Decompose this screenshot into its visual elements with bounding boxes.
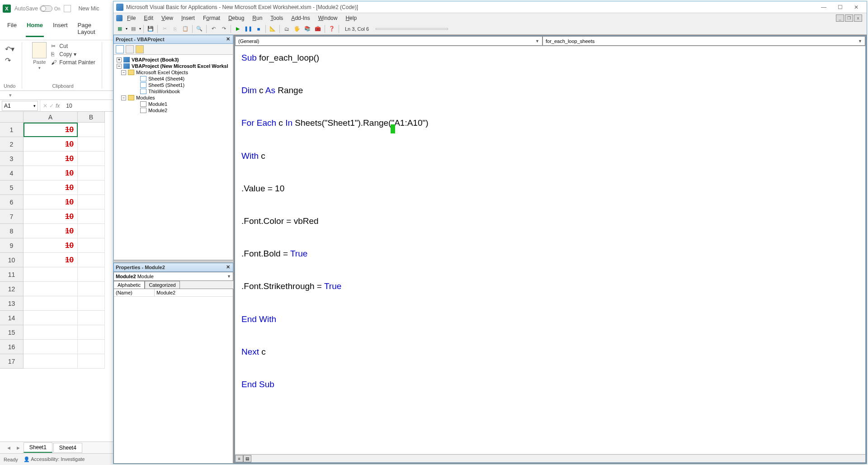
- name-box[interactable]: A1▾: [2, 101, 38, 111]
- collapse-icon[interactable]: −: [121, 70, 126, 75]
- cut-icon[interactable]: ✂: [160, 24, 169, 33]
- properties-object-dropdown[interactable]: Module2 Module ▼: [113, 272, 233, 281]
- col-header-b[interactable]: B: [78, 112, 105, 123]
- copy-button[interactable]: ⎘Copy ▾: [51, 51, 95, 57]
- prop-val-name[interactable]: Module2: [155, 289, 177, 296]
- redo-icon[interactable]: ↷: [219, 24, 228, 33]
- cell[interactable]: [24, 325, 78, 340]
- row-header[interactable]: 16: [0, 340, 24, 354]
- cancel-icon[interactable]: ✕: [43, 103, 47, 109]
- cell[interactable]: 10: [24, 253, 78, 267]
- row-header[interactable]: 3: [0, 152, 24, 166]
- sheet-tab-sheet1[interactable]: Sheet1: [24, 442, 52, 453]
- menu-edit[interactable]: Edit: [140, 14, 157, 22]
- sheet-nav-prev-icon[interactable]: ◄: [5, 445, 13, 451]
- project-tree[interactable]: +VBAProject (Book3) −VBAProject (New Mic…: [113, 55, 233, 260]
- cell[interactable]: [78, 224, 105, 238]
- cell[interactable]: [78, 137, 105, 152]
- ribbon-tab-file[interactable]: File: [6, 20, 18, 37]
- cell[interactable]: [24, 340, 78, 354]
- view-object-icon[interactable]: [126, 45, 134, 53]
- menu-window[interactable]: Window: [315, 14, 341, 22]
- sheet-nav-next-icon[interactable]: ►: [14, 445, 23, 451]
- save-icon[interactable]: 💾: [146, 24, 155, 33]
- autosave-toggle[interactable]: AutoSave On: [14, 5, 60, 12]
- menu-format[interactable]: Format: [199, 14, 224, 22]
- undo-icon[interactable]: ↶: [209, 24, 218, 33]
- procedure-dropdown[interactable]: for_each_loop_sheets ▼: [542, 36, 865, 46]
- collapse-icon[interactable]: −: [121, 95, 126, 100]
- paste-button[interactable]: Paste▾: [30, 42, 48, 70]
- cell[interactable]: [78, 282, 105, 296]
- help-icon[interactable]: ❓: [327, 24, 336, 33]
- project-panel-title[interactable]: Project - VBAProject ✕: [113, 35, 233, 44]
- cell[interactable]: [78, 166, 105, 180]
- close-button[interactable]: ✕: [849, 3, 864, 12]
- cell[interactable]: [78, 296, 105, 311]
- collapse-icon[interactable]: −: [117, 64, 122, 69]
- toolbox-icon[interactable]: 🧰: [313, 24, 322, 33]
- procedure-view-icon[interactable]: ≡: [235, 455, 243, 462]
- view-excel-icon[interactable]: ▦: [115, 24, 124, 33]
- reset-icon[interactable]: ■: [254, 24, 263, 33]
- full-module-view-icon[interactable]: ▤: [243, 455, 251, 462]
- properties-icon[interactable]: 🖐: [292, 24, 302, 33]
- row-header[interactable]: 11: [0, 267, 24, 282]
- row-header[interactable]: 17: [0, 354, 24, 369]
- cell[interactable]: [78, 209, 105, 224]
- menu-file[interactable]: File: [123, 14, 139, 22]
- cell[interactable]: [78, 325, 105, 340]
- row-header[interactable]: 2: [0, 137, 24, 152]
- cell[interactable]: [78, 152, 105, 166]
- select-all-corner[interactable]: [0, 112, 24, 123]
- find-icon[interactable]: 🔍: [195, 24, 204, 33]
- ribbon-collapse[interactable]: ▾: [0, 91, 113, 100]
- cell[interactable]: 10: [24, 180, 78, 195]
- redo-icon[interactable]: ↷: [5, 56, 14, 65]
- cell[interactable]: [24, 311, 78, 325]
- expand-icon[interactable]: +: [117, 57, 122, 62]
- cell[interactable]: [78, 311, 105, 325]
- cell[interactable]: [24, 282, 78, 296]
- cell[interactable]: [78, 354, 105, 369]
- cell[interactable]: [78, 340, 105, 354]
- menu-view[interactable]: View: [158, 14, 177, 22]
- cell[interactable]: [78, 253, 105, 267]
- sheet-tab-sheet4[interactable]: Sheet4: [53, 443, 82, 453]
- status-accessibility[interactable]: 👤 Accessibility: Investigate: [24, 456, 85, 462]
- mdi-restore-button[interactable]: ❐: [845, 14, 853, 22]
- cell[interactable]: 10: [24, 224, 78, 238]
- cell[interactable]: 10: [24, 166, 78, 180]
- paste-icon[interactable]: 📋: [181, 24, 190, 33]
- menu-debug[interactable]: Debug: [225, 14, 248, 22]
- row-header[interactable]: 14: [0, 311, 24, 325]
- row-header[interactable]: 5: [0, 180, 24, 195]
- vba-titlebar[interactable]: Microsoft Visual Basic for Applications …: [113, 1, 867, 13]
- cell[interactable]: [78, 123, 105, 137]
- cell[interactable]: [78, 238, 105, 253]
- project-panel-close-icon[interactable]: ✕: [225, 36, 231, 43]
- code-editor[interactable]: Sub for_each_loop() Dim c As Range For E…: [235, 46, 865, 454]
- save-icon[interactable]: [64, 5, 71, 12]
- cell[interactable]: [24, 354, 78, 369]
- cell[interactable]: 10: [24, 209, 78, 224]
- row-header[interactable]: 10: [0, 253, 24, 267]
- run-icon[interactable]: ▶: [233, 24, 242, 33]
- row-header[interactable]: 15: [0, 325, 24, 340]
- menu-tools[interactable]: Tools: [267, 14, 287, 22]
- object-dropdown[interactable]: (General) ▼: [235, 36, 542, 46]
- row-header[interactable]: 13: [0, 296, 24, 311]
- project-explorer-icon[interactable]: 🗂: [282, 24, 291, 33]
- ribbon-tab-insert[interactable]: Insert: [52, 20, 69, 37]
- formula-value[interactable]: 10: [62, 103, 72, 109]
- object-browser-icon[interactable]: 📚: [303, 24, 312, 33]
- cell[interactable]: 10: [24, 238, 78, 253]
- row-header[interactable]: 8: [0, 224, 24, 238]
- cell[interactable]: [24, 267, 78, 282]
- ribbon-tab-home[interactable]: Home: [26, 20, 44, 37]
- cell[interactable]: 10: [24, 152, 78, 166]
- maximize-button[interactable]: ☐: [832, 3, 848, 12]
- col-header-a[interactable]: A: [24, 112, 78, 123]
- format-painter-button[interactable]: 🖌Format Painter: [51, 59, 95, 66]
- mdi-close-button[interactable]: x: [854, 14, 862, 22]
